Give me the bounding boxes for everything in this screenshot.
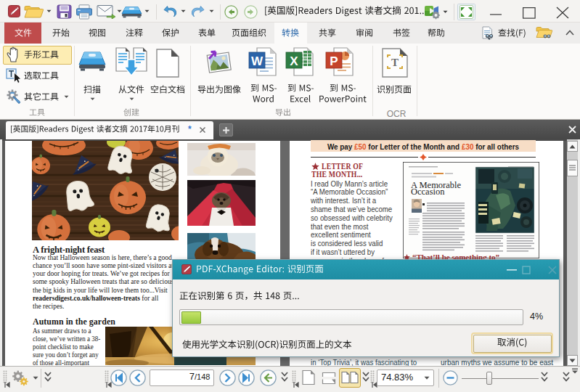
svg-text:Occasion: Occasion — [411, 187, 445, 197]
svg-text:W: W — [251, 54, 264, 68]
svg-text:T: T — [391, 57, 399, 68]
svg-text:X: X — [290, 54, 298, 68]
svg-text:P: P — [330, 54, 338, 68]
